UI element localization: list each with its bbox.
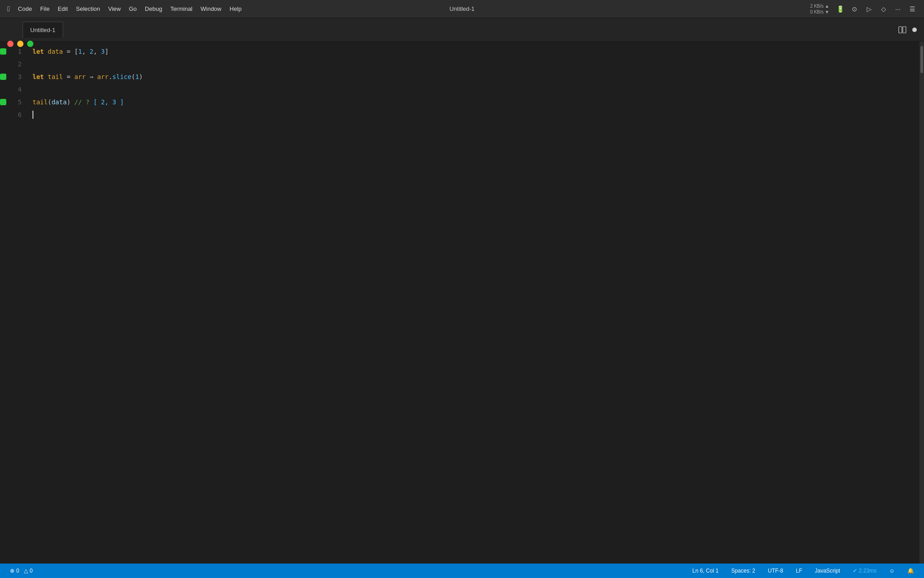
notification-bell[interactable]: 🔔 [905,567,917,575]
tab-label: Untitled-1 [30,27,55,33]
smiley-icon[interactable]: ☺ [887,567,897,575]
close-button[interactable] [7,41,14,47]
num-1: 1 [78,45,82,58]
split-editor-icon[interactable] [898,25,907,34]
breakpoint-column [0,42,11,564]
warning-icon: △ [24,568,28,574]
code-line-2 [32,58,919,70]
editor-container: 1 2 3 4 5 6 let data = [ 1 , 2 , 3 ] let… [0,42,924,564]
bp-row-6 [0,108,11,121]
title-bar-left:  Code File Edit Selection View Go Debug… [7,5,310,13]
indentation[interactable]: Spaces: 2 [729,567,758,575]
code-line-6 [32,108,919,121]
error-icon: ⊗ [10,568,14,574]
language-text: JavaScript [815,568,840,574]
window-title: Untitled-1 [310,5,614,12]
num-1-arg: 1 [135,70,139,83]
cursor-position[interactable]: Ln 6, Col 1 [690,567,721,575]
method-slice: slice [112,70,131,83]
paren-open-5: ( [48,96,51,108]
more-icon[interactable]: ··· [893,5,902,14]
code-area[interactable]: let data = [ 1 , 2 , 3 ] let tail = arr … [29,42,919,564]
apple-menu:  Code File Edit Selection View Go Debug… [7,5,242,13]
menu-terminal[interactable]: Terminal [170,5,192,12]
menu-go[interactable]: Go [129,5,137,12]
line-ending[interactable]: LF [793,567,805,575]
comma-2: , [93,45,101,58]
op-equals-1: = [63,45,74,58]
list-icon[interactable]: ☰ [908,5,917,14]
bp-row-2 [0,58,11,70]
encoding[interactable]: UTF-8 [765,567,786,575]
paren-close-3: ) [139,70,143,83]
encoding-text: UTF-8 [768,568,783,574]
menu-debug[interactable]: Debug [145,5,162,12]
bracket-close-1: ] [105,45,108,58]
menu-view[interactable]: View [108,5,121,12]
title-bar:  Code File Edit Selection View Go Debug… [0,0,924,18]
timing[interactable]: ✔ 2.23ms [850,567,879,575]
arrow-op: ⇒ [86,70,97,83]
menu-code[interactable]: Code [18,5,32,12]
fn-tail-call: tail [32,96,48,108]
line-numbers: 1 2 3 4 5 6 [11,42,29,564]
menu-selection[interactable]: Selection [76,5,100,12]
screentime-icon: ⊙ [850,5,859,14]
apple-logo-icon[interactable]:  [7,5,10,13]
param-arr: arr [74,70,86,83]
dot-indicator [912,28,917,32]
param-arr-2: arr [97,70,108,83]
maximize-button[interactable] [27,41,33,47]
tab-bar: Untitled-1 [0,18,924,42]
line-number-2: 2 [11,58,22,70]
menu-file[interactable]: File [40,5,50,12]
comma-1: , [82,45,90,58]
menu-edit[interactable]: Edit [58,5,68,12]
keyword-let-1: let [32,45,48,58]
code-line-1: let data = [ 1 , 2 , 3 ] [32,45,919,58]
line-number-4: 4 [11,83,22,96]
var-tail: tail [48,70,63,83]
bp-row-3 [0,70,11,83]
minimize-button[interactable] [17,41,23,47]
menu-help[interactable]: Help [230,5,242,12]
error-count[interactable]: ⊗ 0 △ 0 [7,567,35,575]
title-bar-right: 2 KB/s ▲ 0 KB/s ▼ 🔋 ⊙ ▷ ◇ ··· ☰ [614,3,917,15]
bracket-open-1: [ [74,45,78,58]
comment-5: // ? [70,96,93,108]
paren-open-3: ( [131,70,135,83]
svg-rect-0 [899,27,902,33]
dot-1: . [109,70,112,83]
menu-window[interactable]: Window [201,5,222,12]
result-5: [ 2, 3 ] [93,96,124,108]
scrollbar-thumb[interactable] [920,46,923,73]
error-number: 0 [16,568,19,574]
status-left: ⊗ 0 △ 0 [7,567,35,575]
breakpoint-3[interactable] [0,74,6,80]
scrollbar[interactable] [919,42,924,564]
num-2: 2 [89,45,93,58]
status-bar: ⊗ 0 △ 0 Ln 6, Col 1 Spaces: 2 UTF-8 LF J… [0,564,924,578]
arg-data: data [51,96,67,108]
status-right: Ln 6, Col 1 Spaces: 2 UTF-8 LF JavaScrip… [690,567,917,575]
breakpoint-1[interactable] [0,48,6,55]
language-mode[interactable]: JavaScript [812,567,843,575]
code-line-5: tail ( data ) // ? [ 2, 3 ] [32,96,919,108]
warning-number: 0 [30,568,33,574]
timing-text: ✔ 2.23ms [853,568,877,574]
line-ending-text: LF [796,568,802,574]
editor-tab[interactable]: Untitled-1 [23,22,63,38]
line-number-6: 6 [11,108,22,121]
title-bar-icons: 🔋 ⊙ ▷ ◇ ··· ☰ [836,5,917,14]
svg-rect-1 [903,27,906,33]
bp-row-4 [0,83,11,96]
breakpoint-5[interactable] [0,99,6,105]
keyword-let-3: let [32,70,48,83]
line-number-5: 5 [11,96,22,108]
line-number-1: 1 [11,45,22,58]
code-line-4 [32,83,919,96]
paren-close-5: ) [67,96,70,108]
network-speed: 2 KB/s ▲ 0 KB/s ▼ [810,3,829,15]
code-line-3: let tail = arr ⇒ arr . slice ( 1 ) [32,70,919,83]
finder-icon: ◇ [879,5,888,14]
